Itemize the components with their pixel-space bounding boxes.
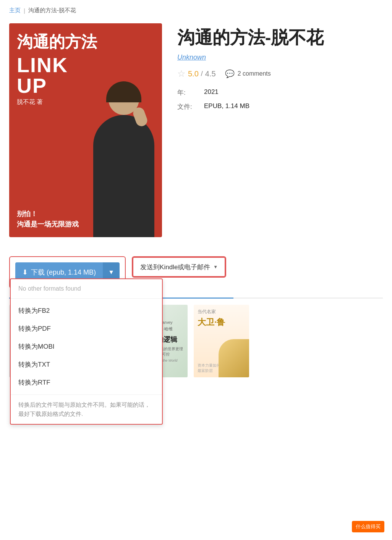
year-label: 年:: [177, 88, 204, 97]
convert-fb2[interactable]: 转换为FB2: [11, 302, 162, 320]
download-dropdown: No other formats found 转换为FB2 转换为PDF 转换为…: [10, 278, 163, 425]
book-cover: 沟通的方法 LINKUP 脱不花 著 别怕！ 沟通是一场无限游戏: [9, 23, 162, 237]
watermark-badge: 什么值得买: [352, 521, 384, 532]
author-link[interactable]: Unknown: [177, 53, 206, 61]
dropdown-arrow-icon: ▼: [108, 269, 114, 276]
comment-icon: 💬: [225, 69, 235, 78]
breadcrumb: 主页 | 沟通的方法-脱不花: [0, 0, 392, 19]
file-label: 文件:: [177, 102, 204, 111]
convert-mobi[interactable]: 转换为MOBI: [11, 338, 162, 356]
cover-title-cn: 沟通的方法: [17, 32, 154, 52]
book-info: 沟通的方法-脱不花 Unknown ☆ 5.0 / 4.5 💬 2 commen…: [177, 23, 383, 237]
year-value: 2021: [204, 88, 219, 96]
comments-box: 💬 2 comments: [225, 69, 271, 78]
download-section: ⬇ 下载 (epub, 1.14 MB) ▼ No other formats …: [0, 249, 392, 288]
cover-subtitle: 别怕！ 沟通是一场无限游戏: [17, 209, 79, 230]
file-row: 文件: EPUB, 1.14 MB: [177, 102, 383, 111]
rating-divider: /: [201, 70, 203, 78]
rating-stars: ☆ 5.0 / 4.5: [177, 68, 216, 79]
download-button-group: ⬇ 下载 (epub, 1.14 MB) ▼ No other formats …: [9, 256, 126, 288]
no-formats-text: No other formats found: [11, 279, 162, 299]
download-row: ⬇ 下载 (epub, 1.14 MB) ▼ No other formats …: [9, 256, 383, 288]
breadcrumb-separator: |: [24, 7, 25, 14]
rating-value: 5.0: [188, 70, 199, 78]
meta-table: 年: 2021 文件: EPUB, 1.14 MB: [177, 88, 383, 111]
send-kindle-button[interactable]: 发送到Kindle或电子邮件 ▼: [133, 257, 225, 277]
send-kindle-arrow-icon: ▼: [213, 264, 218, 270]
rating-max: 4.5: [205, 70, 216, 78]
breadcrumb-current: 沟通的方法-脱不花: [28, 7, 76, 14]
convert-rtf[interactable]: 转换为RTF: [11, 373, 162, 391]
file-value: EPUB, 1.14 MB: [204, 102, 249, 110]
book-title: 沟通的方法-脱不花: [177, 27, 383, 48]
send-kindle-label: 发送到Kindle或电子邮件: [140, 263, 210, 272]
related-book-cover-4: 当代名家 大卫·鲁 资本力量如何构塑世界最富阶层: [194, 305, 249, 377]
star-icon: ☆: [177, 68, 186, 79]
related-book-4[interactable]: 当代名家 大卫·鲁 资本力量如何构塑世界最富阶层: [194, 305, 249, 377]
convert-pdf[interactable]: 转换为PDF: [11, 320, 162, 338]
home-link[interactable]: 主页: [9, 7, 21, 14]
year-row: 年: 2021: [177, 88, 383, 97]
download-icon: ⬇: [22, 268, 28, 276]
rating-row: ☆ 5.0 / 4.5 💬 2 comments: [177, 68, 383, 79]
convert-txt[interactable]: 转换为TXT: [11, 356, 162, 373]
send-kindle-outer: 发送到Kindle或电子邮件 ▼: [132, 256, 226, 278]
convert-section: 转换为FB2 转换为PDF 转换为MOBI 转换为TXT 转换为RTF: [11, 299, 162, 395]
book4-cover: 当代名家 大卫·鲁 资本力量如何构塑世界最富阶层: [194, 305, 249, 377]
main-content: 沟通的方法 LINKUP 脱不花 著 别怕！ 沟通是一场无限游戏 沟通的方法-脱…: [0, 19, 392, 249]
convert-note: 转换后的文件可能与原始文件不同。如果可能的话，最好下载原始格式的文件.: [11, 395, 162, 424]
download-btn-label: 下载 (epub, 1.14 MB): [31, 268, 96, 277]
comments-count: 2 comments: [238, 70, 271, 77]
